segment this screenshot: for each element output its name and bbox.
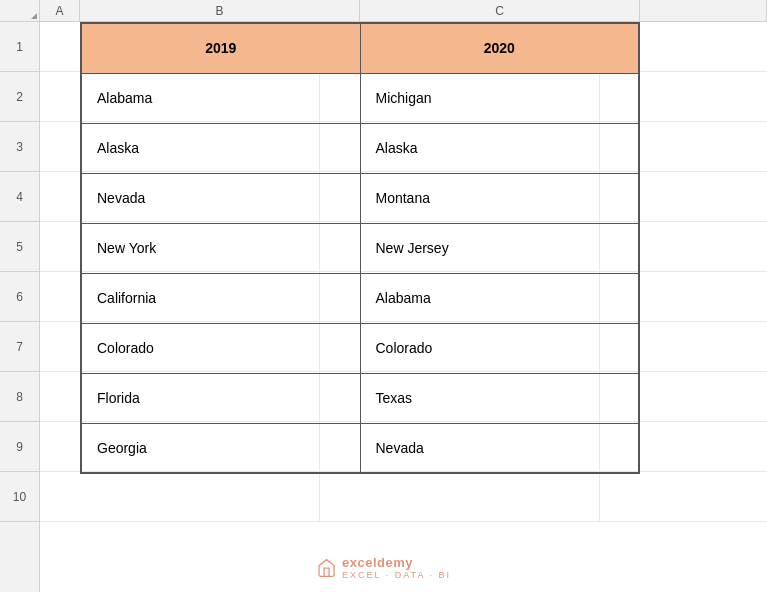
table-cell-r3c1[interactable]: Nevada [81, 173, 360, 223]
table-row: GeorgiaNevada [81, 423, 639, 473]
table-cell-r4c2[interactable]: New Jersey [360, 223, 639, 273]
table-row: NevadaMontana [81, 173, 639, 223]
row-num-6: 6 [0, 272, 39, 322]
table-cell-r3c2[interactable]: Montana [360, 173, 639, 223]
table-row: ColoradoColorado [81, 323, 639, 373]
cell-c10[interactable] [320, 472, 600, 521]
row-num-4: 4 [0, 172, 39, 222]
row-num-7: 7 [0, 322, 39, 372]
table-cell-r4c1[interactable]: New York [81, 223, 360, 273]
table-body: AlabamaMichiganAlaskaAlaskaNevadaMontana… [81, 73, 639, 473]
table-cell-r1c2[interactable]: Michigan [360, 73, 639, 123]
table-header-row: 2019 2020 [81, 23, 639, 73]
column-headers: A B C [0, 0, 767, 22]
table-cell-r5c2[interactable]: Alabama [360, 273, 639, 323]
table-cell-r6c2[interactable]: Colorado [360, 323, 639, 373]
col-header-c: C [360, 0, 640, 21]
table-row: FloridaTexas [81, 373, 639, 423]
table-row: AlaskaAlaska [81, 123, 639, 173]
table-cell-r5c1[interactable]: California [81, 273, 360, 323]
data-table-overlay: 2019 2020 AlabamaMichiganAlaskaAlaskaNev… [80, 22, 640, 474]
row-num-1: 1 [0, 22, 39, 72]
table-cell-r8c2[interactable]: Nevada [360, 423, 639, 473]
col-header-b: B [80, 0, 360, 21]
table-row: CaliforniaAlabama [81, 273, 639, 323]
table-cell-r1c1[interactable]: Alabama [81, 73, 360, 123]
table-cell-r7c1[interactable]: Florida [81, 373, 360, 423]
watermark-name: exceldemy [342, 555, 451, 570]
watermark-icon [316, 558, 336, 578]
row-numbers: 1 2 3 4 5 6 7 8 9 10 [0, 22, 40, 592]
header-2020[interactable]: 2020 [360, 23, 639, 73]
table-cell-r8c1[interactable]: Georgia [81, 423, 360, 473]
row-num-3: 3 [0, 122, 39, 172]
col-header-rest [640, 0, 767, 21]
row-num-2: 2 [0, 72, 39, 122]
corner-cell [0, 0, 40, 21]
table-cell-r2c1[interactable]: Alaska [81, 123, 360, 173]
watermark: exceldemy EXCEL · DATA · BI [316, 555, 451, 580]
table-row: New YorkNew Jersey [81, 223, 639, 273]
row-num-10: 10 [0, 472, 39, 522]
watermark-tagline: EXCEL · DATA · BI [342, 570, 451, 580]
table-cell-r6c1[interactable]: Colorado [81, 323, 360, 373]
table-cell-r7c2[interactable]: Texas [360, 373, 639, 423]
row-num-5: 5 [0, 222, 39, 272]
table-row: AlabamaMichigan [81, 73, 639, 123]
cell-b10[interactable] [40, 472, 320, 521]
data-table: 2019 2020 AlabamaMichiganAlaskaAlaskaNev… [80, 22, 640, 474]
row-num-9: 9 [0, 422, 39, 472]
grid-row-10 [40, 472, 767, 522]
col-header-a: A [40, 0, 80, 21]
row-num-8: 8 [0, 372, 39, 422]
header-2019[interactable]: 2019 [81, 23, 360, 73]
table-cell-r2c2[interactable]: Alaska [360, 123, 639, 173]
